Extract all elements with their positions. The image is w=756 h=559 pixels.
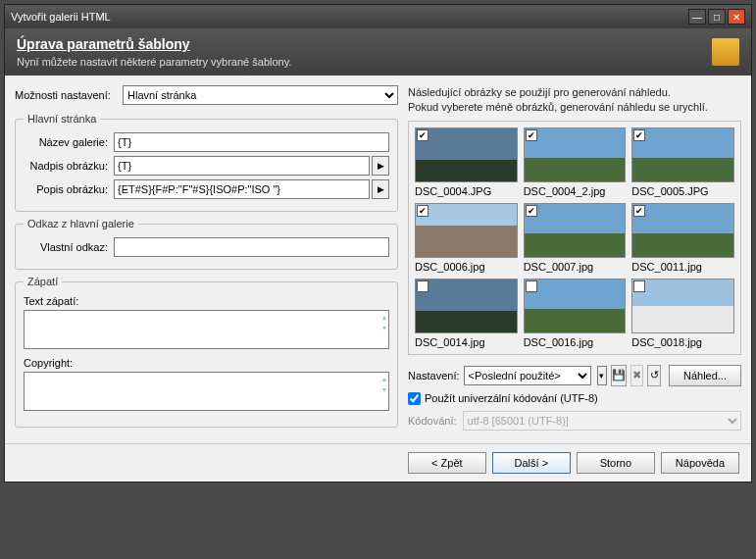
image-desc-input[interactable] (114, 179, 370, 199)
cancel-button[interactable]: Storno (577, 452, 655, 474)
maximize-button[interactable]: □ (708, 9, 726, 25)
header-title: Úprava parametrů šablony (17, 36, 712, 52)
header-subtitle: Nyní můžete nastavit některé parametry v… (17, 56, 712, 68)
thumbnail-image[interactable]: ✔ (415, 127, 518, 182)
thumbnail-filename: DSC_0007.jpg (524, 261, 627, 273)
window-title: Vytvořit galerii HTML (11, 11, 686, 23)
utf8-checkbox[interactable] (408, 392, 421, 405)
footer-text-label: Text zápatí: (24, 295, 389, 307)
thumbnail-image[interactable] (524, 279, 627, 333)
copyright-label: Copyright: (24, 357, 389, 369)
link-legend: Odkaz z hlavní galerie (24, 218, 138, 229)
link-fieldset: Odkaz z hlavní galerie Vlastní odkaz: (15, 218, 398, 270)
thumbnail-filename: DSC_0004_2.jpg (524, 185, 627, 197)
copyright-input[interactable]: ▴▾ (24, 372, 389, 411)
thumbnail-checkbox[interactable]: ✔ (526, 129, 537, 141)
scroll-arrows[interactable]: ▴▾ (382, 313, 386, 332)
thumbnail-image[interactable]: ✔ (415, 203, 518, 258)
thumbnail-checkbox[interactable]: ✔ (526, 205, 537, 217)
thumbnail-checkbox[interactable]: ✔ (633, 129, 645, 141)
thumbnail-filename: DSC_0018.jpg (631, 336, 734, 348)
preview-button[interactable]: Náhled... (669, 365, 741, 386)
thumbnail-image[interactable]: ✔ (631, 127, 734, 182)
thumbnail-image[interactable] (631, 279, 734, 333)
thumbnail-checkbox[interactable]: ✔ (417, 205, 428, 217)
thumbnail-image[interactable]: ✔ (524, 127, 627, 182)
options-label: Možnosti nastavení: (15, 89, 123, 101)
settings-dropdown-button[interactable]: ▾ (597, 366, 607, 385)
thumbnail-item[interactable]: ✔DSC_0004.JPG (415, 127, 518, 197)
reset-icon[interactable]: ↺ (647, 365, 661, 386)
thumbnail-checkbox[interactable]: ✔ (633, 205, 645, 217)
encoding-label: Kódování: (408, 415, 457, 427)
thumbnail-filename: DSC_0011.jpg (631, 261, 734, 273)
footer-text-input[interactable]: ▴▾ (24, 310, 389, 349)
thumbnail-item[interactable]: ✔DSC_0004_2.jpg (524, 127, 627, 197)
main-page-legend: Hlavní stránka (24, 113, 100, 125)
utf8-label: Použít univerzální kódování (UTF-8) (425, 392, 598, 404)
left-column: Možnosti nastavení: Hlavní stránka Hlavn… (15, 85, 398, 433)
thumbnail-item[interactable]: DSC_0018.jpg (631, 279, 734, 348)
right-column: Následující obrázky se použijí pro gener… (408, 85, 741, 433)
gallery-name-label: Název galerie: (24, 136, 114, 148)
arrow-up-icon: ▴ (382, 375, 386, 383)
thumbnail-filename: DSC_0016.jpg (524, 336, 627, 348)
thumbnail-filename: DSC_0005.JPG (631, 185, 734, 197)
image-caption-input[interactable] (114, 156, 370, 176)
thumbnail-filename: DSC_0014.jpg (415, 336, 518, 348)
delete-icon: ✖ (630, 365, 644, 386)
settings-label: Nastavení: (408, 370, 460, 381)
titlebar: Vytvořit galerii HTML — □ ✕ (5, 5, 751, 28)
thumbnail-image[interactable]: ✔ (631, 203, 734, 258)
own-link-input[interactable] (114, 237, 389, 257)
preview-hint: Následující obrázky se použijí pro gener… (408, 85, 741, 115)
save-icon[interactable]: 💾 (611, 365, 627, 386)
arrow-up-icon: ▴ (382, 313, 386, 322)
help-button[interactable]: Nápověda (661, 452, 739, 474)
wizard-header: Úprava parametrů šablony Nyní můžete nas… (5, 28, 751, 76)
thumbnail-item[interactable]: ✔DSC_0005.JPG (631, 127, 734, 197)
image-caption-label: Nadpis obrázku: (24, 160, 114, 172)
own-link-label: Vlastní odkaz: (24, 241, 114, 253)
thumbnail-filename: DSC_0006.jpg (415, 261, 518, 273)
dialog-window: Vytvořit galerii HTML — □ ✕ Úprava param… (4, 4, 752, 483)
thumbnail-item[interactable]: ✔DSC_0006.jpg (415, 203, 518, 273)
thumbnail-image[interactable] (415, 279, 518, 333)
thumbnail-checkbox[interactable]: ✔ (417, 129, 428, 141)
thumbnail-grid: ✔DSC_0004.JPG✔DSC_0004_2.jpg✔DSC_0005.JP… (408, 121, 741, 355)
options-select[interactable]: Hlavní stránka (123, 85, 398, 105)
main-page-fieldset: Hlavní stránka Název galerie: Nadpis obr… (15, 113, 398, 212)
header-icon (712, 38, 739, 66)
thumbnail-checkbox[interactable] (633, 280, 645, 292)
dialog-body: Možnosti nastavení: Hlavní stránka Hlavn… (5, 76, 751, 443)
gallery-name-input[interactable] (114, 132, 389, 152)
minimize-button[interactable]: — (688, 9, 706, 25)
arrow-down-icon: ▾ (382, 324, 386, 332)
thumbnail-checkbox[interactable] (526, 280, 537, 292)
thumbnail-item[interactable]: DSC_0014.jpg (415, 279, 518, 348)
thumbnail-item[interactable]: ✔DSC_0007.jpg (524, 203, 627, 273)
thumbnail-item[interactable]: ✔DSC_0011.jpg (631, 203, 734, 273)
image-desc-label: Popis obrázku: (24, 183, 114, 195)
thumbnail-image[interactable]: ✔ (524, 203, 627, 258)
footer-fieldset: Zápatí Text zápatí: ▴▾ Copyright: ▴▾ (15, 276, 398, 428)
desc-menu-button[interactable]: ▶ (372, 179, 389, 199)
arrow-down-icon: ▾ (382, 385, 386, 394)
thumbnail-filename: DSC_0004.JPG (415, 185, 518, 197)
thumbnail-checkbox[interactable] (417, 280, 428, 292)
settings-select[interactable]: <Poslední použité> (464, 366, 591, 385)
thumbnail-item[interactable]: DSC_0016.jpg (524, 279, 627, 348)
scroll-arrows[interactable]: ▴▾ (382, 375, 386, 394)
dialog-footer: < Zpět Další > Storno Nápověda (5, 443, 751, 482)
back-button[interactable]: < Zpět (408, 452, 486, 474)
caption-menu-button[interactable]: ▶ (372, 156, 389, 176)
close-button[interactable]: ✕ (728, 9, 745, 25)
footer-legend: Zápatí (24, 276, 62, 287)
next-button[interactable]: Další > (492, 452, 571, 474)
encoding-select: utf-8 [65001 (UTF-8)] (463, 411, 741, 431)
